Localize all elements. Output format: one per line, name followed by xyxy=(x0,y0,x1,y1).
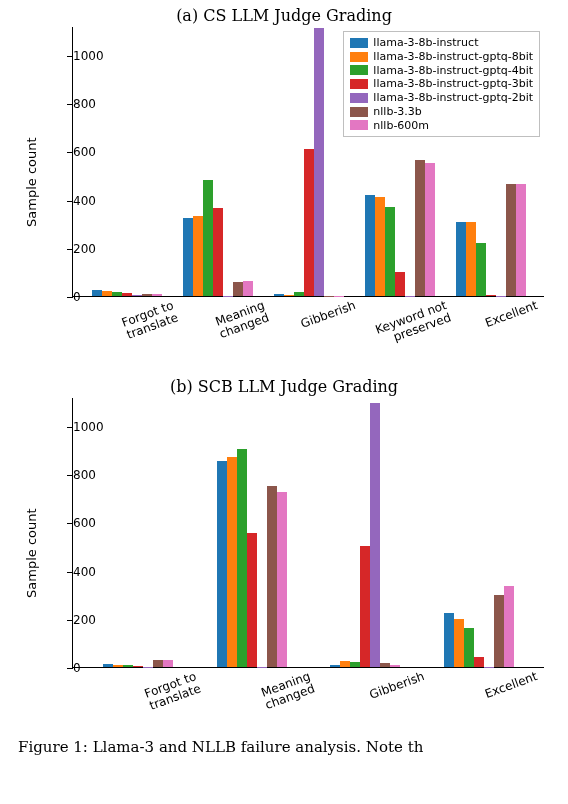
bar xyxy=(217,461,227,667)
legend-swatch xyxy=(350,107,368,117)
bar xyxy=(425,163,435,296)
category-group xyxy=(309,403,423,667)
bar xyxy=(132,295,142,296)
bar xyxy=(183,218,193,296)
bar xyxy=(123,665,133,667)
bar xyxy=(153,660,163,667)
bar xyxy=(370,403,380,667)
category-group xyxy=(81,660,195,667)
legend-swatch xyxy=(350,65,368,75)
legend-item: llama-3-8b-instruct-gptq-3bit xyxy=(350,77,533,91)
legend-swatch xyxy=(350,38,368,48)
bar xyxy=(152,294,162,296)
bar xyxy=(506,184,516,296)
bar xyxy=(476,243,486,296)
category-group xyxy=(81,290,172,296)
bar xyxy=(112,292,122,296)
bar xyxy=(516,184,526,296)
bar xyxy=(103,664,113,667)
chart-b-plot-area: 02004006008001000 xyxy=(72,398,544,668)
bar xyxy=(456,222,466,296)
bar xyxy=(466,222,476,296)
bar xyxy=(274,294,284,296)
bar xyxy=(237,449,247,667)
chart-b-bars xyxy=(73,398,544,667)
bar xyxy=(365,195,375,296)
bar xyxy=(92,290,102,296)
bar xyxy=(213,208,223,296)
bar xyxy=(415,160,425,296)
bar xyxy=(122,293,132,296)
page: (a) CS LLM Judge Grading Sample count 02… xyxy=(0,0,568,804)
bar xyxy=(193,216,203,296)
legend-label: llama-3-8b-instruct xyxy=(373,36,478,50)
legend-item: llama-3-8b-instruct-gptq-2bit xyxy=(350,91,533,105)
bar xyxy=(375,197,385,296)
bar xyxy=(360,546,370,667)
chart-b: Sample count 02004006008001000 Forgot to… xyxy=(72,398,544,668)
bar xyxy=(284,295,294,296)
legend-item: llama-3-8b-instruct-gptq-4bit xyxy=(350,64,533,78)
bar xyxy=(304,149,314,296)
bar xyxy=(340,661,350,667)
category-group xyxy=(195,449,309,667)
bar xyxy=(385,207,395,296)
bar xyxy=(247,533,257,667)
bar xyxy=(203,180,213,296)
bar xyxy=(267,486,277,667)
legend-label: nllb-3.3b xyxy=(373,105,422,119)
bar xyxy=(314,28,324,296)
category-group xyxy=(354,160,445,296)
category-group xyxy=(422,586,536,667)
bar xyxy=(464,628,474,667)
legend-swatch xyxy=(350,79,368,89)
bar xyxy=(444,613,454,667)
legend-swatch xyxy=(350,93,368,103)
chart-b-ylabel: Sample count xyxy=(24,508,39,598)
bar xyxy=(142,294,152,296)
legend-label: nllb-600m xyxy=(373,119,429,133)
legend-item: nllb-3.3b xyxy=(350,105,533,119)
bar xyxy=(474,657,484,667)
chart-a-title: (a) CS LLM Judge Grading xyxy=(0,0,568,27)
legend-item: llama-3-8b-instruct-gptq-8bit xyxy=(350,50,533,64)
bar xyxy=(504,586,514,667)
figure-caption-fragment: Figure 1: Llama-3 and NLLB failure analy… xyxy=(0,736,568,756)
chart-b-title: (b) SCB LLM Judge Grading xyxy=(0,371,568,398)
category-group xyxy=(263,28,354,296)
chart-a-ylabel: Sample count xyxy=(24,137,39,227)
chart-a: Sample count 02004006008001000 llama-3-8… xyxy=(72,27,544,297)
bar xyxy=(277,492,287,667)
bar xyxy=(243,281,253,296)
legend-swatch xyxy=(350,120,368,130)
bar xyxy=(102,291,112,296)
bar xyxy=(113,665,123,667)
bar xyxy=(454,619,464,667)
legend-label: llama-3-8b-instruct-gptq-8bit xyxy=(373,50,533,64)
legend-item: nllb-600m xyxy=(350,119,533,133)
bar xyxy=(395,272,405,296)
category-group xyxy=(445,184,536,296)
bar xyxy=(163,660,173,667)
bar xyxy=(486,295,496,296)
chart-a-x-labels: Forgot totranslateMeaningchangedGibberis… xyxy=(72,299,544,324)
bar xyxy=(294,292,304,296)
chart-b-x-labels: Forgot totranslateMeaningchangedGibberis… xyxy=(72,670,544,695)
bar xyxy=(330,665,340,667)
legend-label: llama-3-8b-instruct-gptq-4bit xyxy=(373,64,533,78)
legend-swatch xyxy=(350,52,368,62)
bar xyxy=(233,282,243,296)
bar xyxy=(494,595,504,667)
legend-label: llama-3-8b-instruct-gptq-3bit xyxy=(373,77,533,91)
category-group xyxy=(172,180,263,296)
bar xyxy=(380,663,390,667)
legend-item: llama-3-8b-instruct xyxy=(350,36,533,50)
legend-label: llama-3-8b-instruct-gptq-2bit xyxy=(373,91,533,105)
bar xyxy=(390,665,400,667)
bar xyxy=(133,666,143,667)
chart-a-plot-area: 02004006008001000 llama-3-8b-instructlla… xyxy=(72,27,544,297)
bar xyxy=(227,457,237,667)
bar xyxy=(350,662,360,667)
chart-a-legend: llama-3-8b-instructllama-3-8b-instruct-g… xyxy=(343,31,540,137)
